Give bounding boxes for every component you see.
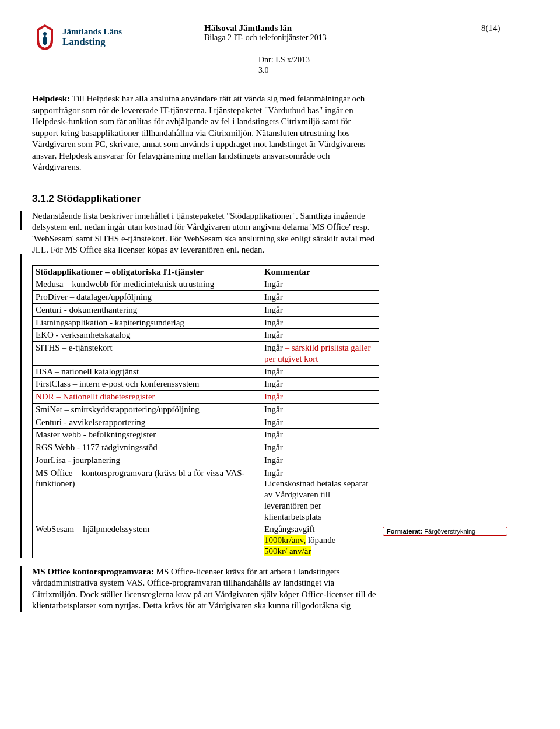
table-row: EKO - verksamhetskatalogIngår	[33, 329, 379, 342]
logo-text-2: Landsting	[62, 37, 122, 48]
services-table: Stödapplikationer – obligatoriska IT-tjä…	[32, 265, 379, 558]
highlight: 1000kr/anv,	[264, 535, 306, 545]
change-bar-icon	[20, 566, 22, 612]
logo-icon	[32, 23, 58, 51]
comment-lead: Formaterat:	[387, 528, 422, 535]
header-center: Hälsoval Jämtlands län Bilaga 2 IT- och …	[204, 23, 481, 43]
table-row: HSA – nationell katalogtjänstIngår	[33, 365, 379, 378]
para-stod-strike: samt SITHS e-tjänstekort.	[74, 234, 167, 243]
table-row: Centuri - avvikelserapporteringIngår	[33, 416, 379, 429]
dnr-line2: 3.0	[258, 65, 528, 76]
page-number: 8(14)	[481, 23, 528, 33]
table-row-ndr: NDR – Nationellt diabetesregister Ingår	[33, 391, 379, 404]
page-header: Jämtlands Läns Landsting Hälsoval Jämtla…	[32, 23, 528, 51]
table-row: ProDiver – datalager/uppföljningIngår	[33, 291, 379, 304]
highlight: 500kr/ anv/år	[264, 546, 311, 556]
table-row: Medusa – kundwebb för medicinteknisk utr…	[33, 278, 379, 291]
table-row: Master webb - befolkningsregisterIngår	[33, 429, 379, 441]
logo-text-1: Jämtlands Läns	[62, 27, 122, 37]
logo: Jämtlands Läns Landsting	[32, 23, 204, 51]
svg-point-0	[43, 32, 47, 36]
dnr-line1: Dnr: LS x/2013	[258, 55, 528, 65]
table-row: FirstClass – intern e-post och konferens…	[33, 378, 379, 391]
para-helpdesk-lead: Helpdesk:	[32, 94, 70, 103]
doc-title: Hälsoval Jämtlands län	[204, 23, 481, 33]
para-stodapplikationer: Nedanstående lista beskriver innehållet …	[32, 211, 379, 256]
para-helpdesk-body: Till Helpdesk har alla anslutna användar…	[32, 94, 365, 171]
dnr-block: Dnr: LS x/2013 3.0	[258, 55, 528, 75]
table-row: Centuri - dokumenthanteringIngår	[33, 303, 379, 316]
table-row-websesam: WebSesam – hjälpmedelssystem Engångsavgi…	[33, 523, 379, 558]
table-row: SmiNet – smittskyddsrapportering/uppfölj…	[33, 403, 379, 416]
change-bar-icon	[20, 211, 22, 230]
table-head-left: Stödapplikationer – obligatoriska IT-tjä…	[33, 265, 261, 278]
header-separator	[32, 80, 379, 80]
table-head-right: Kommentar	[261, 265, 379, 278]
table-row-siths: SITHS – e-tjänstekort Ingår – särskild p…	[33, 342, 379, 366]
section-heading: 3.1.2 Stödapplikationer	[32, 193, 528, 205]
table-row: RGS Webb - 1177 rådgivningsstödIngår	[33, 441, 379, 454]
table-row: JourLisa - jourplaneringIngår	[33, 454, 379, 467]
change-bar-icon	[20, 265, 22, 558]
para-helpdesk: Helpdesk: Till Helpdesk har alla anslutn…	[32, 93, 379, 173]
comment-callout: Formaterat: Färgöverstrykning	[383, 527, 508, 536]
doc-subtitle: Bilaga 2 IT- och telefonitjänster 2013	[204, 33, 481, 43]
para-msoffice-footer: MS Office kontorsprogramvara: MS Office-…	[32, 566, 379, 612]
para-msoffice-lead: MS Office kontorsprogramvara:	[32, 567, 154, 576]
comment-body: Färgöverstrykning	[422, 528, 475, 535]
table-row: Listningsapplikation - kapiteringsunderl…	[33, 316, 379, 329]
table-row-msoffice: MS Office – kontorsprogramvara (krävs bl…	[33, 467, 379, 523]
